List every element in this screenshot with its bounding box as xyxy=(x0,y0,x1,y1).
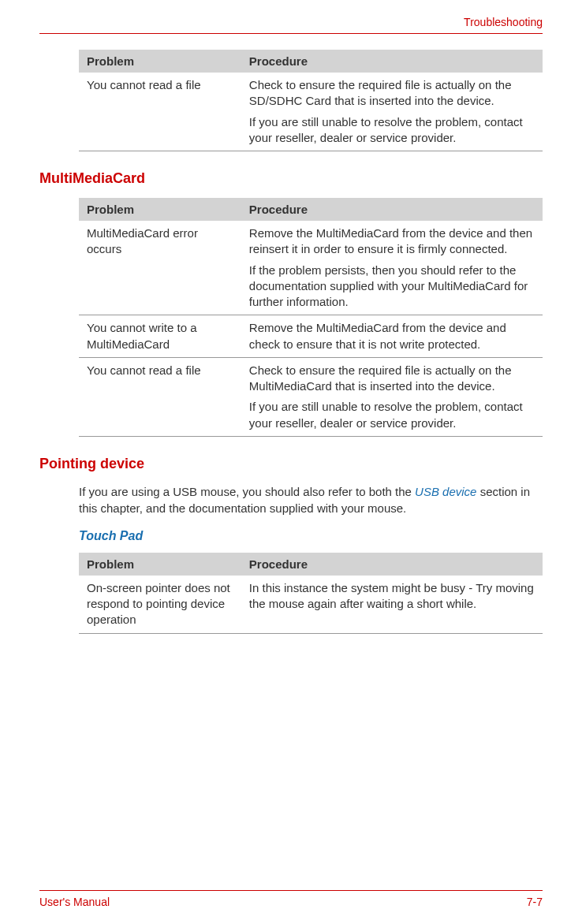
heading-multimediacard: MultiMediaCard xyxy=(39,170,543,187)
procedure-text: Remove the MultiMediaCard from the devic… xyxy=(249,225,535,258)
table-row: MultiMediaCard error occurs Remove the M… xyxy=(79,221,543,315)
cell-problem: On-screen pointer does not respond to po… xyxy=(79,576,241,633)
table-row: You cannot write to a MultiMediaCard Rem… xyxy=(79,315,543,358)
table-multimediacard: Problem Procedure MultiMediaCard error o… xyxy=(79,198,543,437)
procedure-text: If you are still unable to resolve the p… xyxy=(249,114,535,147)
procedure-text: If the problem persists, then you should… xyxy=(249,263,535,311)
procedure-text: If you are still unable to resolve the p… xyxy=(249,399,535,431)
cell-procedure: Check to ensure the required file is act… xyxy=(241,357,543,436)
cell-problem: You cannot write to a MultiMediaCard xyxy=(79,315,241,358)
table-header-procedure: Procedure xyxy=(241,553,543,576)
table-row: You cannot read a file Check to ensure t… xyxy=(79,357,543,436)
table-header-procedure: Procedure xyxy=(241,198,543,221)
footer-rule xyxy=(39,890,543,891)
cell-problem: You cannot read a file xyxy=(79,73,241,151)
cell-problem: MultiMediaCard error occurs xyxy=(79,221,241,315)
table-sd-card: Problem Procedure You cannot read a file… xyxy=(79,50,543,151)
header-rule xyxy=(39,33,543,34)
procedure-text: Check to ensure the required file is act… xyxy=(249,363,535,395)
table-header-problem: Problem xyxy=(79,50,241,73)
heading-pointing-device: Pointing device xyxy=(39,456,543,472)
cell-procedure: Check to ensure the required file is act… xyxy=(241,73,543,151)
heading-touch-pad: Touch Pad xyxy=(79,529,543,543)
cell-procedure: Remove the MultiMediaCard from the devic… xyxy=(241,221,543,315)
usb-device-link[interactable]: USB device xyxy=(415,485,476,498)
cell-procedure: Remove the MultiMediaCard from the devic… xyxy=(241,315,543,358)
cell-procedure: In this instance the system might be bus… xyxy=(241,576,543,633)
table-header-problem: Problem xyxy=(79,198,241,221)
table-header-procedure: Procedure xyxy=(241,50,543,73)
footer-left: User's Manual xyxy=(39,896,110,908)
table-header-problem: Problem xyxy=(79,553,241,576)
footer-right: 7-7 xyxy=(527,896,543,908)
table-row: On-screen pointer does not respond to po… xyxy=(79,576,543,633)
table-row: You cannot read a file Check to ensure t… xyxy=(79,73,543,151)
intro-text: If you are using a USB mouse, you should… xyxy=(79,485,415,498)
pointing-device-intro: If you are using a USB mouse, you should… xyxy=(79,483,543,516)
procedure-text: Check to ensure the required file is act… xyxy=(249,77,535,110)
cell-problem: You cannot read a file xyxy=(79,357,241,436)
procedure-text: In this instance the system might be bus… xyxy=(249,580,535,613)
page-footer: User's Manual 7-7 xyxy=(39,890,543,908)
procedure-text: Remove the MultiMediaCard from the devic… xyxy=(249,320,535,352)
table-touch-pad: Problem Procedure On-screen pointer does… xyxy=(79,553,543,634)
header-section-title: Troubleshooting xyxy=(39,16,543,28)
